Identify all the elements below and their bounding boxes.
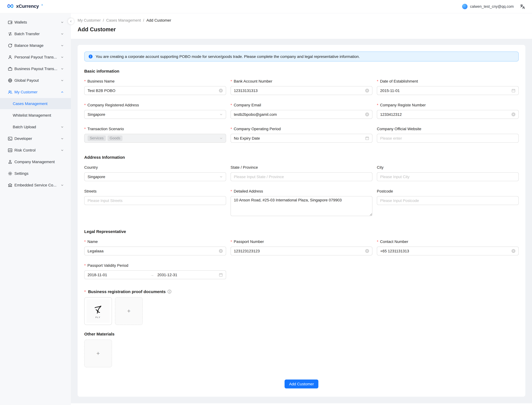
personal-payout-icon xyxy=(8,55,13,59)
passport-number-input-el[interactable] xyxy=(234,249,363,253)
clear-icon[interactable] xyxy=(512,249,515,253)
upload-add-button[interactable]: + xyxy=(84,340,112,367)
brand-mark-icon: ✕ xyxy=(41,4,43,6)
header-right: calwen_test_cny@qq.com xyxy=(462,4,525,9)
registe-number-input-el[interactable] xyxy=(380,112,509,117)
validity-start-input-el[interactable] xyxy=(88,273,147,277)
bank-account-input-el[interactable] xyxy=(234,88,363,93)
sidebar-item-cases-management[interactable]: Cases Management xyxy=(0,98,71,109)
contact-number-input[interactable] xyxy=(377,247,519,255)
chevron-down-icon xyxy=(61,44,64,47)
breadcrumb-separator: / xyxy=(143,18,144,22)
sidebar-item-business-payout[interactable]: Business Payout Trans... xyxy=(0,63,71,74)
clear-icon[interactable] xyxy=(365,89,369,93)
chevron-up-icon xyxy=(61,90,64,94)
state-province-input-el[interactable] xyxy=(234,175,369,179)
info-alert: You are creating a corporate account sup… xyxy=(84,52,519,61)
sidebar-item-company-management[interactable]: Company Management xyxy=(0,156,71,167)
chevron-down-icon xyxy=(61,32,64,35)
postcode-input-el[interactable] xyxy=(380,198,515,203)
translate-icon[interactable] xyxy=(520,4,525,9)
other-materials-upload-list: + xyxy=(84,340,519,367)
clear-icon[interactable] xyxy=(219,249,223,253)
sidebar-item-embedded-service[interactable]: Embedded Service Co... xyxy=(0,180,71,191)
sidebar-item-label: Whitelist Management xyxy=(13,113,64,117)
website-input[interactable] xyxy=(377,134,519,143)
registered-address-select[interactable]: Singapore xyxy=(84,110,226,119)
breadcrumb-cases-management[interactable]: Cases Management xyxy=(106,18,141,22)
clear-icon[interactable] xyxy=(512,113,515,116)
developer-icon xyxy=(8,136,13,141)
field-label: Business Name xyxy=(87,79,115,83)
chevron-down-icon xyxy=(61,183,64,187)
establishment-date-input-el[interactable] xyxy=(380,88,509,93)
upload-add-button[interactable]: + xyxy=(115,297,143,325)
breadcrumb-current: Add Customer xyxy=(146,18,171,22)
field-bank-account-number: Bank Account Number xyxy=(231,78,372,95)
basic-grid: Business Name Bank Account Number xyxy=(84,78,519,143)
company-management-icon xyxy=(8,159,13,164)
xcurrency-logo-icon xyxy=(7,4,14,9)
info-tooltip-icon[interactable] xyxy=(167,290,171,294)
selected-value: Singapore xyxy=(88,175,217,179)
legal-name-input[interactable] xyxy=(84,247,226,255)
sidebar-item-my-customer[interactable]: My Customer xyxy=(0,87,71,97)
validity-end-input-el[interactable] xyxy=(157,273,217,277)
sidebar-item-label: Business Payout Trans... xyxy=(14,67,61,71)
company-email-input[interactable] xyxy=(231,110,372,119)
chevron-down-icon xyxy=(61,21,64,24)
sidebar-item-whitelist-management[interactable]: Whitelist Management xyxy=(0,110,71,121)
streets-input-el[interactable] xyxy=(88,198,223,203)
chevron-down-icon xyxy=(219,175,223,178)
company-email-input-el[interactable] xyxy=(234,112,363,117)
postcode-input[interactable] xyxy=(377,196,519,205)
sidebar-collapse-button[interactable] xyxy=(68,18,74,24)
operating-period-picker[interactable] xyxy=(231,134,372,143)
sidebar-item-risk-control[interactable]: Risk Control xyxy=(0,145,71,156)
chevron-down-icon xyxy=(61,125,64,128)
website-input-el[interactable] xyxy=(380,136,515,141)
bank-account-input[interactable] xyxy=(231,86,372,95)
business-name-input-el[interactable] xyxy=(88,88,217,93)
form-card: You are creating a corporate account sup… xyxy=(78,45,525,397)
sidebar-item-batch-transfer[interactable]: Batch Transfer xyxy=(0,28,71,39)
clear-icon[interactable] xyxy=(219,89,223,93)
sidebar-item-global-payout[interactable]: Global Payout xyxy=(0,75,71,86)
field-passport-number: Passport Number xyxy=(231,239,372,255)
field-label: Bank Account Number xyxy=(234,79,272,83)
clear-icon[interactable] xyxy=(365,113,369,116)
clear-icon[interactable] xyxy=(365,249,369,253)
passport-number-input[interactable] xyxy=(231,247,372,255)
field-label: Company Email xyxy=(234,103,261,107)
field-label: Company Official Website xyxy=(377,127,421,131)
section-title-address: Address Information xyxy=(84,155,519,160)
sidebar-item-settings[interactable]: Settings xyxy=(0,168,71,179)
sidebar-item-label: Risk Control xyxy=(14,148,61,152)
city-input-el[interactable] xyxy=(380,175,515,179)
sidebar-item-wallets[interactable]: Wallets xyxy=(0,17,71,28)
uploaded-document-thumbnail[interactable]: FLY xyxy=(84,297,112,325)
legal-name-input-el[interactable] xyxy=(88,249,217,253)
sidebar-item-developer[interactable]: Developer xyxy=(0,133,71,144)
user-menu[interactable]: calwen_test_cny@qq.com xyxy=(462,4,514,9)
contact-number-input-el[interactable] xyxy=(380,249,509,253)
add-customer-button[interactable]: Add Customer xyxy=(285,379,318,388)
country-select[interactable]: Singapore xyxy=(84,172,226,181)
calendar-icon xyxy=(365,136,369,140)
passport-validity-range-picker[interactable]: → xyxy=(84,270,226,279)
operating-period-input-el[interactable] xyxy=(234,136,363,141)
chevron-down-icon xyxy=(61,67,64,70)
registe-number-input[interactable] xyxy=(377,110,519,119)
page-title: Add Customer xyxy=(78,26,525,33)
detailed-address-textarea[interactable]: 10 Anson Road, #25-03 International Plaz… xyxy=(231,196,372,216)
streets-input[interactable] xyxy=(84,196,226,205)
sidebar-item-personal-payout[interactable]: Personal Payout Trans... xyxy=(0,52,71,63)
breadcrumb-my-customer[interactable]: My Customer xyxy=(78,18,101,22)
business-name-input[interactable] xyxy=(84,86,226,95)
city-input[interactable] xyxy=(377,172,519,181)
establishment-date-picker[interactable] xyxy=(377,86,519,95)
sidebar-item-balance-manage[interactable]: Balance Manage xyxy=(0,40,71,51)
chevron-down-icon xyxy=(61,148,64,152)
state-province-input[interactable] xyxy=(231,172,372,181)
sidebar-item-batch-upload[interactable]: Batch Upload xyxy=(0,121,71,132)
